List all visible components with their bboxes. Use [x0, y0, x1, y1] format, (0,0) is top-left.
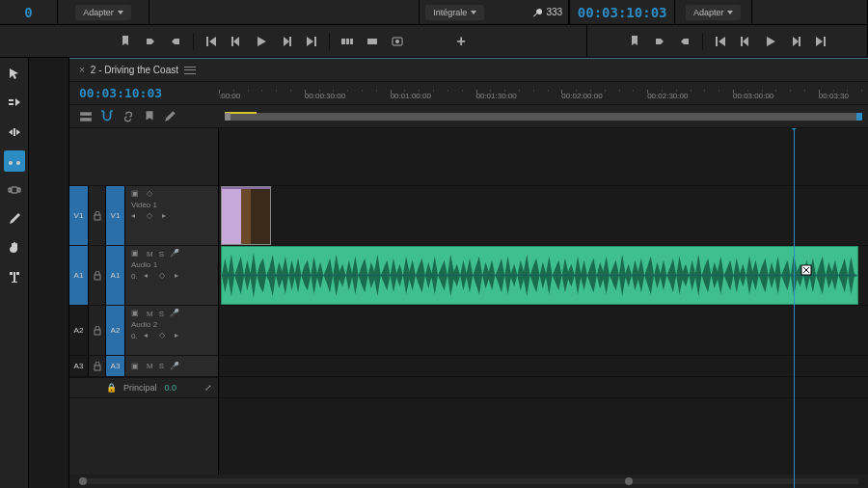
step-forward-icon[interactable]	[788, 34, 803, 49]
solo-toggle-a3[interactable]: S	[159, 362, 164, 370]
keyframe-prev-icon[interactable]: ◂	[144, 331, 153, 340]
sequence-tab[interactable]: × 2 - Driving the Coast	[69, 59, 205, 81]
linked-selection-icon[interactable]	[122, 110, 135, 123]
playhead[interactable]	[794, 128, 795, 488]
go-to-in-icon[interactable]	[713, 34, 728, 49]
track-lane-v1[interactable]	[219, 186, 868, 246]
insert-icon[interactable]	[339, 34, 355, 49]
panel-menu-icon[interactable]	[184, 67, 196, 74]
add-button-icon[interactable]: +	[453, 34, 469, 49]
step-back-icon[interactable]	[229, 34, 244, 49]
solo-toggle-a2[interactable]: S	[159, 310, 164, 318]
in-point-icon[interactable]	[652, 34, 667, 49]
track-target-a2[interactable]: A2	[106, 306, 125, 355]
keyframe-next-icon[interactable]: ▸	[162, 211, 172, 221]
toggle-output-icon[interactable]: ▣	[131, 362, 141, 371]
type-tool[interactable]	[4, 266, 25, 287]
track-target-a3[interactable]: A3	[106, 356, 125, 376]
toggle-output-icon[interactable]: ▣	[131, 309, 141, 318]
pen-tool[interactable]	[4, 208, 25, 230]
lock-toggle-v1[interactable]	[89, 186, 106, 245]
mute-toggle-a2[interactable]: M	[147, 310, 153, 318]
voice-over-icon[interactable]: 🎤	[170, 249, 179, 258]
mute-toggle-a1[interactable]: M	[147, 250, 153, 258]
expand-icon[interactable]: ⤢	[204, 383, 212, 393]
track-target-v1[interactable]: V1	[106, 186, 125, 245]
keyframe-add-icon[interactable]: ◇	[159, 271, 169, 281]
go-to-out-icon[interactable]	[813, 34, 828, 49]
source-patch-a3[interactable]: A3	[69, 356, 89, 376]
audio-clip[interactable]	[221, 246, 858, 305]
lock-icon[interactable]: 🔒	[106, 383, 116, 393]
sequence-timecode[interactable]: 00:03:10:03	[79, 86, 162, 100]
voice-over-icon[interactable]: 🎤	[170, 362, 179, 371]
scroll-handle-left[interactable]	[79, 477, 87, 485]
go-to-out-icon[interactable]	[304, 34, 319, 49]
ripple-edit-tool[interactable]	[4, 122, 25, 143]
track-name-a2[interactable]: Audio 2	[131, 320, 157, 329]
play-icon[interactable]	[763, 34, 778, 49]
nest-icon[interactable]	[79, 110, 93, 123]
out-point-icon[interactable]	[168, 34, 183, 49]
in-point-icon[interactable]	[143, 34, 158, 49]
time-ruler[interactable]: :00:0000:00:30:0000:01:00:0000:01:30:000…	[219, 82, 868, 104]
keyframe-next-icon[interactable]: ▸	[175, 331, 184, 340]
video-clip[interactable]	[221, 186, 271, 245]
snap-icon[interactable]	[100, 110, 114, 123]
lock-toggle-a3[interactable]	[89, 356, 106, 376]
zoom-handle-right[interactable]	[856, 113, 862, 121]
track-lane-a2[interactable]	[219, 306, 868, 356]
mute-toggle-a3[interactable]: M	[147, 362, 153, 370]
marker-icon[interactable]	[118, 34, 133, 49]
scroll-handle-right[interactable]	[625, 477, 633, 485]
source-patch-v1[interactable]: V1	[69, 186, 89, 245]
track-name-v1[interactable]: Vidéo 1	[131, 201, 157, 209]
toggle-output-icon[interactable]: ▣	[131, 189, 141, 199]
source-patch-a1[interactable]: A1	[69, 246, 89, 305]
keyframe-prev-icon[interactable]: ◂	[131, 211, 141, 221]
track-lane-a1[interactable]	[219, 246, 868, 306]
track-target-a1[interactable]: A1	[106, 246, 125, 305]
keyframe-next-icon[interactable]: ▸	[175, 271, 184, 281]
zoom-track[interactable]	[225, 113, 862, 121]
keyframe-add-icon[interactable]: ◇	[159, 331, 169, 340]
selection-tool[interactable]	[4, 64, 25, 85]
step-forward-icon[interactable]	[279, 34, 294, 49]
keyframe-prev-icon[interactable]: ◂	[144, 271, 153, 281]
razor-tool[interactable]	[4, 150, 25, 172]
zoom-handle-left[interactable]	[225, 113, 231, 121]
go-to-in-icon[interactable]	[203, 34, 219, 49]
master-track-volume[interactable]: 0.0	[165, 383, 177, 393]
track-name-a1[interactable]: Audio 1	[131, 260, 157, 269]
toggle-output-icon[interactable]: ▣	[131, 249, 141, 258]
horizontal-scrollbar[interactable]	[79, 478, 858, 484]
export-frame-icon[interactable]	[390, 34, 405, 49]
overwrite-icon[interactable]	[365, 34, 380, 49]
track-volume-a1[interactable]: 0.	[131, 272, 138, 281]
wrench-icon[interactable]	[532, 8, 542, 17]
settings-icon[interactable]	[164, 110, 177, 123]
timeline-zoom-bar[interactable]	[219, 105, 868, 127]
keyframe-add-icon[interactable]: ◇	[147, 211, 156, 221]
play-icon[interactable]	[254, 34, 269, 49]
track-lane-master[interactable]	[219, 377, 868, 398]
left-timecode[interactable]: 0	[24, 5, 32, 20]
voice-over-icon[interactable]: 🎤	[170, 309, 179, 318]
solo-toggle-a1[interactable]: S	[159, 250, 164, 258]
source-patch-a2[interactable]: A2	[69, 306, 89, 355]
marker-settings-icon[interactable]	[143, 110, 156, 123]
track-volume-a2[interactable]: 0.	[131, 332, 138, 340]
lock-toggle-a1[interactable]	[89, 246, 106, 305]
track-select-tool[interactable]	[4, 93, 25, 114]
step-back-icon[interactable]	[738, 34, 753, 49]
slip-tool[interactable]	[4, 179, 25, 201]
marker-icon[interactable]	[627, 34, 642, 49]
zoom-dropdown-left[interactable]: Adapter	[75, 5, 131, 20]
hand-tool[interactable]	[4, 237, 25, 258]
track-lane-a3[interactable]	[219, 356, 868, 377]
program-timecode[interactable]: 00:03:10:03	[578, 5, 667, 20]
out-point-icon[interactable]	[677, 34, 692, 49]
zoom-dropdown-right[interactable]: Adapter	[686, 5, 742, 20]
sync-lock-icon[interactable]: ◇	[147, 189, 156, 199]
resolution-dropdown[interactable]: Intégrale	[425, 5, 484, 20]
